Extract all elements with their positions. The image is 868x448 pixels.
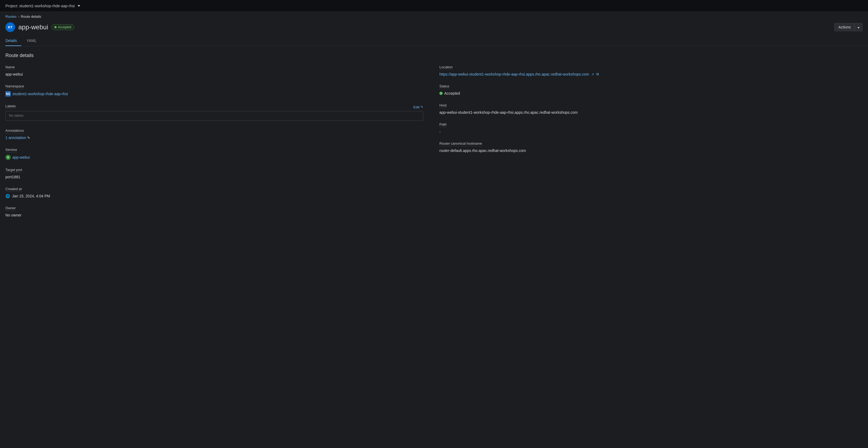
location-label: Location (439, 65, 453, 70)
created-at-label: Created at (5, 187, 22, 192)
status-badge: Accepted (52, 24, 74, 30)
field-service: Service S app-webui (5, 147, 423, 160)
details-grid: Name app-webui Namespace NS student1-wor… (5, 65, 863, 225)
namespace-label: Namespace (5, 84, 24, 89)
labels-edit-button[interactable]: Edit ✎ (413, 105, 423, 109)
breadcrumb-routes-link[interactable]: Routes (5, 14, 17, 19)
namespace-value: NS student1-workshop-rhde-aap-rhsi (5, 91, 423, 97)
status-dot (439, 92, 443, 95)
service-label: Service (5, 148, 17, 152)
field-name: Name app-webui (5, 65, 423, 76)
field-annotations: Annotations 1 annotation ✎ (5, 128, 423, 140)
copy-icon[interactable]: ⧉ (596, 72, 599, 76)
field-labels: Labels Edit ✎ No labels (5, 104, 423, 121)
owner-label: Owner (5, 206, 16, 211)
field-path: Path - (439, 122, 863, 134)
project-dropdown-icon[interactable] (78, 5, 80, 7)
tab-yaml[interactable]: YAML (27, 36, 41, 46)
field-owner: Owner No owner (5, 206, 423, 217)
router-canonical-label: Router canonical hostname (439, 141, 482, 146)
service-badge: S app-webui (5, 154, 30, 160)
host-label: Host (439, 103, 447, 108)
name-label: Name (5, 65, 15, 70)
clock-icon: 🌐 (5, 194, 10, 198)
service-value: S app-webui (5, 154, 423, 160)
badge-label: Accepted (58, 25, 71, 29)
labels-header-row: Labels Edit ✎ (5, 104, 423, 110)
chevron-down-icon (858, 27, 860, 29)
breadcrumb-current: Route details (21, 14, 41, 19)
target-port-value: port1881 (5, 175, 423, 179)
project-label[interactable]: Project: student1-workshop-rhde-aap-rhsi (5, 4, 80, 8)
service-icon: S (5, 154, 11, 160)
path-label: Path (439, 123, 447, 127)
section-title: Route details (5, 53, 863, 58)
owner-value: No owner (5, 213, 423, 217)
field-router-canonical: Router canonical hostname router-default… (439, 141, 863, 153)
path-value: - (439, 129, 863, 134)
tab-details[interactable]: Details (5, 36, 21, 46)
router-canonical-value: router-default.apps.rho.apac.redhat-work… (439, 148, 863, 153)
name-value: app-webui (5, 72, 423, 76)
labels-label: Labels (5, 104, 16, 109)
top-bar: Project: student1-workshop-rhde-aap-rhsi (0, 0, 868, 12)
actions-label: Actions (835, 24, 855, 31)
field-status: Status Accepted (439, 84, 863, 96)
annotations-value: 1 annotation ✎ (5, 136, 423, 140)
field-location: Location https://app-webui-student1-work… (439, 65, 863, 76)
external-link-icon[interactable]: ↗ (591, 72, 594, 76)
actions-button[interactable]: Actions (834, 23, 863, 31)
content: Route details Name app-webui Namespace N… (0, 46, 868, 231)
namespace-link[interactable]: student1-workshop-rhde-aap-rhsi (12, 92, 68, 96)
status-label: Status (439, 84, 450, 89)
pencil-icon: ✎ (421, 105, 423, 109)
breadcrumb-separator: › (18, 15, 19, 19)
left-column: Name app-webui Namespace NS student1-wor… (5, 65, 434, 225)
actions-caret[interactable] (855, 24, 862, 31)
breadcrumb: Routes › Route details (0, 12, 868, 20)
location-link[interactable]: https://app-webui-student1-workshop-rhde… (439, 72, 589, 76)
status-value: Accepted (439, 91, 863, 96)
field-target-port: Target port port1881 (5, 168, 423, 179)
host-value: app-webui-student1-workshop-rhde-aap-rhs… (439, 110, 863, 114)
field-namespace: Namespace NS student1-workshop-rhde-aap-… (5, 84, 423, 97)
annotation-link[interactable]: 1 annotation (5, 136, 26, 140)
field-created-at: Created at 🌐 Jan 15, 2024, 4:04 PM (5, 186, 423, 198)
namespace-icon: NS (5, 91, 11, 97)
right-column: Location https://app-webui-student1-work… (434, 65, 863, 225)
page-header: RT app-webui Accepted Actions (0, 20, 868, 32)
annotations-label: Annotations (5, 129, 24, 133)
created-at-value: 🌐 Jan 15, 2024, 4:04 PM (5, 194, 423, 198)
badge-dot (54, 26, 57, 28)
target-port-label: Target port (5, 168, 22, 173)
namespace-badge: NS student1-workshop-rhde-aap-rhsi (5, 91, 68, 97)
avatar: RT (5, 22, 15, 32)
service-link[interactable]: app-webui (12, 155, 30, 160)
location-value: https://app-webui-student1-workshop-rhde… (439, 72, 863, 76)
field-host: Host app-webui-student1-workshop-rhde-aa… (439, 103, 863, 114)
annotation-edit-icon[interactable]: ✎ (27, 136, 30, 140)
page-header-left: RT app-webui Accepted (5, 22, 74, 32)
labels-box[interactable]: No labels (5, 111, 423, 121)
page-title: app-webui (18, 24, 48, 31)
tabs: Details YAML (0, 32, 868, 46)
